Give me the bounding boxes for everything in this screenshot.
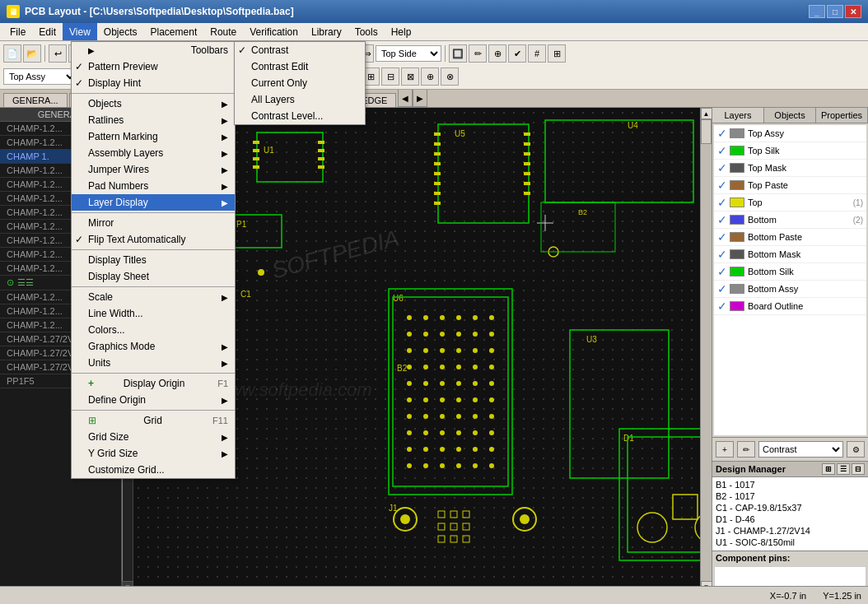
open-button[interactable]: 📂 (23, 44, 41, 63)
drc-button[interactable]: ✔ (508, 44, 526, 63)
dm-item-1[interactable]: B2 - 1017 (716, 490, 865, 502)
svg-point-91 (473, 430, 478, 435)
layer-bottom-mask[interactable]: ✓ Bottom Mask (714, 246, 866, 263)
view-menu-line-width[interactable]: Line Width... (72, 305, 235, 322)
tab-scroll-right[interactable]: ▶ (413, 90, 427, 107)
menu-placement[interactable]: Placement (144, 23, 204, 40)
layer-select-top[interactable]: Top Assy Top Silk Top Bottom (3, 68, 77, 85)
view-menu-sep-3 (72, 249, 235, 250)
view-menu-colors[interactable]: Colors... (72, 322, 235, 338)
view-menu-pad-numbers[interactable]: Pad Numbers ▶ (72, 178, 235, 194)
view-menu-pattern-preview[interactable]: ✓ Pattern Preview (72, 58, 235, 75)
trace-button[interactable]: ✏ (469, 44, 487, 63)
layer-mode-select[interactable]: Contrast All Layers Current Only (758, 441, 843, 458)
layer-bottom[interactable]: ✓ Bottom (2) (714, 211, 866, 229)
dm-item-0[interactable]: B1 - 1017 (716, 479, 865, 490)
view-menu-ratlines[interactable]: Ratlines ▶ (72, 112, 235, 128)
ld-contrast[interactable]: Contrast (235, 42, 365, 58)
layer-top-paste[interactable]: ✓ Top Paste (714, 177, 866, 194)
undo-button[interactable]: ↩ (49, 44, 67, 63)
view-menu-assembly-layers[interactable]: Assembly Layers ▶ (72, 145, 235, 161)
layer-bottom-silk[interactable]: ✓ Bottom Silk (714, 263, 866, 281)
ld-contrast-level[interactable]: Contrast Level... (235, 108, 365, 124)
extra-btn-6[interactable]: ⊗ (441, 67, 459, 86)
view-menu-define-origin[interactable]: Define Origin ▶ (72, 392, 235, 408)
svg-point-85 (473, 414, 478, 419)
menu-help[interactable]: Help (385, 23, 418, 40)
dm-item-5[interactable]: U1 - SOIC-8/150mil (716, 537, 865, 548)
canvas-vscroll[interactable]: ▲ ▼ (700, 108, 712, 592)
dm-icon-1[interactable]: ⊞ (822, 463, 835, 475)
view-menu-toolbars[interactable]: ▶ Toolbars (72, 42, 235, 58)
view-menu-flip-text[interactable]: ✓ Flip Text Automatically (72, 231, 235, 248)
view-menu-grid-size[interactable]: Grid Size ▶ (72, 429, 235, 445)
ld-contrast-edit[interactable]: Contrast Edit (235, 58, 365, 75)
dm-icon-2[interactable]: ☰ (837, 463, 850, 475)
menu-library[interactable]: Library (305, 23, 348, 40)
menu-view[interactable]: View (63, 23, 97, 40)
view-menu-layer-display[interactable]: Layer Display ▶ (72, 194, 235, 211)
component-button[interactable]: 🔲 (449, 44, 467, 63)
ld-all-layers[interactable]: All Layers (235, 91, 365, 108)
new-button[interactable]: 📄 (3, 44, 21, 63)
menu-verification[interactable]: Verification (243, 23, 305, 40)
view-menu-display-hint[interactable]: ✓ Display Hint (72, 75, 235, 91)
view-menu-grid[interactable]: ⊞Grid F11 (72, 412, 235, 429)
right-tab-properties[interactable]: Properties (816, 108, 868, 123)
dm-item-2[interactable]: C1 - CAP-19.8/15x37 (716, 502, 865, 513)
right-tab-layers[interactable]: Layers (712, 108, 764, 123)
layer-top-silk[interactable]: ✓ Top Silk (714, 142, 866, 160)
view-menu-pattern-marking[interactable]: Pattern Marking ▶ (72, 128, 235, 145)
grid-button[interactable]: # (528, 44, 546, 63)
tab-scroll-left[interactable]: ◀ (398, 90, 413, 107)
layer-settings-btn[interactable]: ⚙ (847, 441, 865, 458)
layer-top[interactable]: ✓ Top (1) (714, 194, 866, 211)
view-menu-mirror[interactable]: Mirror (72, 215, 235, 231)
view-menu-scale[interactable]: Scale ▶ (72, 289, 235, 305)
view-menu-display-titles[interactable]: Display Titles (72, 252, 235, 268)
view-menu-jumper-wires[interactable]: Jumper Wires ▶ (72, 161, 235, 178)
menu-tools[interactable]: Tools (348, 23, 385, 40)
menu-edit[interactable]: Edit (32, 23, 63, 40)
maximize-button[interactable]: □ (827, 5, 843, 18)
table-button[interactable]: ⊞ (548, 44, 566, 63)
view-menu-y-grid-size[interactable]: Y Grid Size ▶ (72, 445, 235, 462)
via-button[interactable]: ⊕ (488, 44, 506, 63)
menu-file[interactable]: File (3, 23, 32, 40)
svg-rect-21 (434, 192, 441, 195)
dm-item-4[interactable]: J1 - CHAMP-1.27/2V14 (716, 525, 865, 537)
extra-btn-3[interactable]: ⊟ (381, 67, 399, 86)
view-menu-units[interactable]: Units ▶ (72, 355, 235, 371)
extra-btn-5[interactable]: ⊕ (421, 67, 439, 86)
view-menu-objects[interactable]: Objects ▶ (72, 95, 235, 112)
ld-current-only[interactable]: Current Only (235, 75, 365, 91)
svg-point-55 (473, 332, 478, 337)
svg-rect-118 (463, 523, 469, 530)
layer-top-assy[interactable]: ✓ Top Assy (714, 125, 866, 142)
side-select[interactable]: Top Side Bottom Side (376, 45, 441, 62)
dm-item-3[interactable]: D1 - D-46 (716, 513, 865, 525)
menu-objects[interactable]: Objects (97, 23, 144, 40)
add-layer-btn[interactable]: + (716, 441, 734, 458)
extra-btn-4[interactable]: ⊠ (401, 67, 419, 86)
tab-genera[interactable]: GENERA... (3, 93, 68, 107)
minimize-button[interactable]: _ (809, 5, 825, 18)
dm-icon-3[interactable]: ⊟ (852, 463, 865, 475)
view-menu-display-origin[interactable]: +Display Origin F1 (72, 375, 235, 392)
layer-bottom-paste[interactable]: ✓ Bottom Paste (714, 229, 866, 246)
view-menu-graphics-mode[interactable]: Graphics Mode ▶ (72, 338, 235, 355)
arrow-icon-7: ▶ (222, 182, 228, 191)
menu-route[interactable]: Route (203, 23, 243, 40)
view-menu-customize-grid[interactable]: Customize Grid... (72, 462, 235, 478)
view-menu-display-sheet[interactable]: Display Sheet (72, 268, 235, 285)
canvas-scroll-up[interactable]: ▲ (701, 108, 712, 119)
layer-top-mask[interactable]: ✓ Top Mask (714, 160, 866, 177)
title-bar-buttons: _ □ ✕ (809, 5, 861, 18)
layer-bottom-assy[interactable]: ✓ Bottom Assy (714, 281, 866, 298)
right-tab-objects[interactable]: Objects (764, 108, 816, 123)
edit-layer-btn[interactable]: ✏ (737, 441, 755, 458)
canvas-scroll-thumb[interactable] (701, 119, 712, 144)
close-button[interactable]: ✕ (845, 5, 861, 18)
layer-board-outline[interactable]: ✓ Board Outline (714, 298, 866, 315)
arrow-icon-11: ▶ (222, 359, 228, 368)
